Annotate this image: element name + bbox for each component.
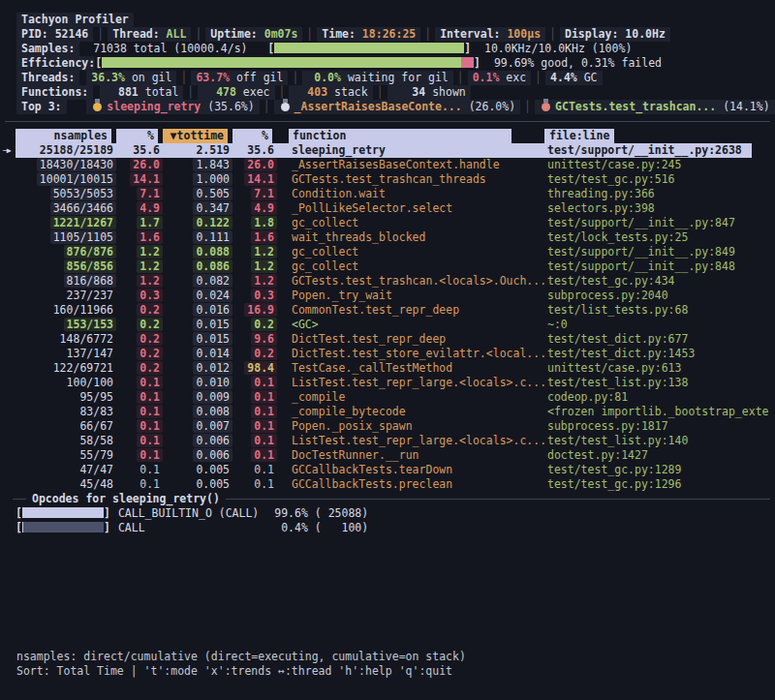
table-row[interactable]: 47/470.10.0050.1GCCallbackTests.tearDown… bbox=[0, 463, 775, 477]
cell-ns: 153/153 bbox=[16, 318, 116, 332]
table-row[interactable]: 10001/1001514.11.00014.1GCTests.test_tra… bbox=[0, 172, 775, 187]
table-row[interactable]: 122/697210.20.01298.4TestCase._callTestM… bbox=[0, 361, 775, 376]
cell-ns: 237/237 bbox=[16, 289, 116, 303]
table-row[interactable]: 18430/1843026.01.84326.0_AssertRaisesBas… bbox=[0, 158, 775, 172]
table-row[interactable]: 45/480.10.0050.1GCCallbackTests.preclean… bbox=[0, 477, 775, 492]
table-row[interactable]: 66/670.10.0070.1Popen._posix_spawnsubpro… bbox=[0, 419, 775, 434]
empty-area bbox=[0, 535, 775, 650]
functions-stack: 403 stack bbox=[289, 85, 372, 100]
cell-p2: 14.1 bbox=[232, 172, 277, 187]
cell-p2: 1.2 bbox=[232, 259, 277, 274]
cell-tt: 0.088 bbox=[163, 245, 232, 259]
gold-medal-icon bbox=[93, 103, 102, 111]
table-row[interactable]: 100/1000.10.0100.1ListTest.test_repr_lar… bbox=[0, 376, 775, 390]
cell-p2: 16.9 bbox=[232, 303, 277, 318]
cell-tt: 0.005 bbox=[163, 477, 232, 492]
cell-p1: 7.1 bbox=[116, 187, 163, 201]
cell-p1: 0.2 bbox=[116, 361, 163, 376]
cell-fn: CommonTest.test_repr_deep bbox=[289, 303, 539, 318]
cell-p1: 1.2 bbox=[116, 245, 163, 259]
cell-fn: Popen._posix_spawn bbox=[289, 419, 539, 434]
cell-tt: 0.015 bbox=[163, 318, 232, 332]
cell-p2: 1.6 bbox=[232, 230, 277, 245]
cell-ns: 10001/10015 bbox=[16, 172, 116, 187]
opcode-1-count: ( 25088) bbox=[315, 506, 368, 520]
table-row[interactable]: 1105/11051.60.1111.6wait_threads_blocked… bbox=[0, 230, 775, 245]
cell-file: ~:0 bbox=[544, 318, 770, 332]
cell-ns: 100/100 bbox=[16, 376, 116, 390]
cell-p2: 0.1 bbox=[232, 434, 277, 448]
cell-file: test/test_gc.py:434 bbox=[544, 274, 770, 289]
top3-label: Top 3: bbox=[16, 100, 67, 114]
table-row[interactable]: 816/8681.20.0821.2GCTests.test_trashcan.… bbox=[0, 274, 775, 289]
column-header-nsamples[interactable]: nsamples bbox=[16, 129, 116, 143]
cell-p1: 1.2 bbox=[116, 259, 163, 274]
cell-p1: 1.6 bbox=[116, 230, 163, 245]
column-header-file-line[interactable]: file:line bbox=[544, 129, 770, 143]
cell-ns: 45/48 bbox=[16, 477, 116, 492]
cell-ns: 3466/3466 bbox=[16, 201, 116, 216]
table-row[interactable]: 153/1530.20.0150.2<GC>~:0 bbox=[0, 318, 775, 332]
table-row[interactable]: 856/8561.20.0861.2gc_collecttest/support… bbox=[0, 259, 775, 274]
display-value: 10.0Hz bbox=[625, 27, 666, 41]
table-row[interactable]: 55/790.10.0060.1DocTestRunner.__rundocte… bbox=[0, 448, 775, 463]
uptime-segment: Uptime: 0m07s bbox=[205, 27, 302, 42]
table-row[interactable]: 160/119660.20.01616.9CommonTest.test_rep… bbox=[0, 303, 775, 318]
cell-fn: <GC> bbox=[289, 318, 539, 332]
opcode-bar-1-fill bbox=[22, 507, 104, 518]
table-row[interactable]: 5053/50537.10.5057.1Condition.waitthread… bbox=[0, 187, 775, 201]
cell-file: test/test_list.py:140 bbox=[544, 434, 770, 448]
column-header-tottime-sorted[interactable]: ▼tottime bbox=[163, 129, 232, 143]
samples-progress-bar bbox=[274, 43, 464, 53]
cell-p2: 0.2 bbox=[232, 318, 277, 332]
cell-p2: 1.2 bbox=[232, 245, 277, 259]
interval-value: 100μs bbox=[507, 27, 541, 41]
column-header-direct-pct[interactable]: % bbox=[116, 129, 163, 143]
silver-medal-icon bbox=[281, 103, 290, 111]
table-row[interactable]: 58/580.10.0060.1ListTest.test_repr_large… bbox=[0, 434, 775, 448]
opcode-2-name: CALL bbox=[118, 521, 264, 535]
top3-name-1: sleeping_retry bbox=[107, 100, 201, 113]
cell-file: test/support/__init__.py:849 bbox=[544, 245, 770, 259]
cell-p1: 0.1 bbox=[116, 376, 163, 390]
efficiency-text: 99.69% good, 0.31% failed bbox=[494, 56, 662, 70]
table-row[interactable]: 237/2370.30.0240.3Popen._try_waitsubproc… bbox=[0, 289, 775, 303]
table-row[interactable]: 3466/34664.90.3474.9_PollLikeSelector.se… bbox=[0, 201, 775, 216]
table-row[interactable]: 83/830.10.0080.1_compile_bytecode<frozen… bbox=[0, 405, 775, 419]
cell-ns: 18430/18430 bbox=[16, 158, 116, 172]
cell-ns: 1105/1105 bbox=[16, 230, 116, 245]
thread-segment[interactable]: Thread: ALL bbox=[108, 27, 191, 42]
cell-file: subprocess.py:2040 bbox=[544, 289, 770, 303]
table-row[interactable]: 137/1470.20.0140.2DictTest.test_store_ev… bbox=[0, 347, 775, 361]
cell-p2: 0.2 bbox=[232, 347, 277, 361]
cell-fn: gc_collect bbox=[289, 216, 539, 230]
cell-ns: 66/67 bbox=[16, 419, 116, 434]
threads-gc: 4.4% GC bbox=[545, 71, 603, 85]
cell-p2: 1.8 bbox=[232, 216, 277, 230]
efficiency-label: Efficiency: bbox=[16, 56, 95, 71]
table-row[interactable]: 1221/12671.70.1221.8gc_collecttest/suppo… bbox=[0, 216, 775, 230]
opcode-bar-1: []CALL_BUILTIN_O (CALL)99.6% ( 25088) bbox=[0, 506, 775, 521]
cell-file: unittest/case.py:245 bbox=[544, 158, 770, 172]
table-row[interactable]: 148/67720.20.0159.6DictTest.test_repr_de… bbox=[0, 332, 775, 347]
cell-p2: 0.1 bbox=[232, 419, 277, 434]
table-row[interactable]: 876/8761.20.0881.2gc_collecttest/support… bbox=[0, 245, 775, 259]
threads-waiting: 0.0% waiting for gil bbox=[302, 71, 452, 85]
table-row[interactable]: ─▶25188/2518935.62.51935.6sleeping_retry… bbox=[0, 143, 775, 158]
table-row[interactable]: 95/950.10.0090.1_compilecodeop.py:81 bbox=[0, 390, 775, 405]
cell-fn: GCCallbackTests.preclean bbox=[289, 477, 539, 492]
column-header-cumulative-pct[interactable]: % bbox=[232, 129, 277, 143]
cell-p2: 9.6 bbox=[232, 332, 277, 347]
column-header-function[interactable]: function bbox=[289, 129, 539, 143]
efficiency-failed-fill bbox=[461, 57, 474, 68]
cell-fn: wait_threads_blocked bbox=[289, 230, 539, 245]
opcode-bar-2: []CALL0.4% ( 100) bbox=[0, 521, 775, 535]
cell-ns: 47/47 bbox=[16, 463, 116, 477]
cell-file: subprocess.py:1817 bbox=[544, 419, 770, 434]
opcode-bar-1-track bbox=[22, 507, 104, 518]
threads-off-gil: 63.7% off gil bbox=[191, 71, 288, 85]
functions-label: Functions: bbox=[16, 85, 93, 100]
cell-p2: 7.1 bbox=[232, 187, 277, 201]
cell-fn: DocTestRunner.__run bbox=[289, 448, 539, 463]
cell-fn: Condition.wait bbox=[289, 187, 539, 201]
